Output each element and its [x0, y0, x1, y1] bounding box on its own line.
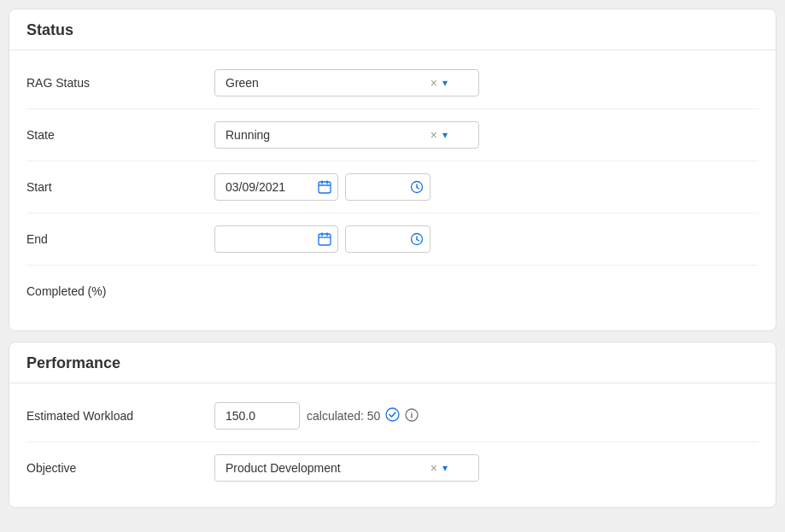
state-label: State	[26, 128, 214, 142]
objective-control: Product Development × ▾	[214, 454, 759, 482]
performance-card-body: Estimated Workload calculated: 50	[9, 383, 776, 507]
rag-status-select-icons: × ▾	[431, 77, 448, 89]
state-select-icons: × ▾	[431, 129, 448, 141]
start-time-clock-icon[interactable]	[410, 180, 424, 194]
rag-status-label: RAG Status	[26, 76, 214, 90]
main-container: Status RAG Status Green × ▾ Sta	[9, 9, 776, 518]
start-date-calendar-icon[interactable]	[318, 180, 331, 194]
completed-row: Completed (%)	[26, 266, 759, 317]
completed-label: Completed (%)	[26, 284, 214, 298]
objective-clear-icon[interactable]: ×	[431, 462, 437, 474]
start-row: Start	[26, 161, 759, 213]
status-card: Status RAG Status Green × ▾ Sta	[9, 9, 776, 331]
svg-rect-0	[319, 182, 331, 193]
rag-status-clear-icon[interactable]: ×	[431, 77, 437, 89]
svg-line-13	[417, 240, 419, 242]
objective-value: Product Development	[226, 461, 431, 475]
objective-select-icons: × ▾	[431, 462, 448, 474]
objective-select[interactable]: Product Development × ▾	[214, 454, 479, 482]
state-row: State Running × ▾	[26, 109, 759, 161]
estimated-workload-control: calculated: 50	[214, 402, 759, 430]
check-circle-icon	[385, 407, 400, 425]
rag-status-control: Green × ▾	[214, 69, 759, 96]
start-label: Start	[26, 180, 214, 194]
state-chevron-icon[interactable]: ▾	[442, 129, 448, 141]
status-title: Status	[26, 21, 73, 38]
rag-status-chevron-icon[interactable]: ▾	[442, 77, 448, 89]
calculated-label: calculated: 50	[307, 409, 380, 423]
end-label: End	[26, 232, 214, 246]
estimated-workload-row: Estimated Workload calculated: 50	[26, 390, 759, 442]
start-date-wrapper	[214, 173, 338, 201]
svg-rect-7	[319, 234, 331, 245]
end-row: End	[26, 213, 759, 266]
state-select[interactable]: Running × ▾	[214, 121, 479, 149]
start-time-wrapper	[345, 173, 431, 201]
state-clear-icon[interactable]: ×	[431, 129, 437, 141]
objective-row: Objective Product Development × ▾	[26, 442, 759, 494]
info-icon[interactable]	[405, 408, 419, 424]
status-card-header: Status	[9, 9, 776, 50]
end-date-calendar-icon[interactable]	[318, 232, 331, 246]
objective-chevron-icon[interactable]: ▾	[442, 462, 448, 474]
status-card-body: RAG Status Green × ▾ State Runni	[9, 50, 776, 330]
calculated-text-wrapper: calculated: 50	[307, 407, 419, 425]
end-date-wrapper	[214, 225, 338, 253]
end-time-wrapper	[345, 225, 431, 253]
performance-card-header: Performance	[9, 342, 776, 383]
end-time-clock-icon[interactable]	[410, 232, 424, 246]
performance-card: Performance Estimated Workload calculate…	[9, 342, 776, 508]
svg-point-17	[412, 412, 413, 412]
rag-status-select[interactable]: Green × ▾	[214, 69, 479, 96]
state-value: Running	[226, 128, 431, 142]
start-control	[214, 173, 759, 201]
rag-status-value: Green	[226, 76, 431, 90]
svg-line-6	[417, 188, 419, 190]
svg-point-14	[386, 408, 399, 421]
end-control	[214, 225, 759, 253]
estimated-workload-label: Estimated Workload	[26, 409, 214, 423]
objective-label: Objective	[26, 461, 214, 475]
rag-status-row: RAG Status Green × ▾	[26, 57, 759, 109]
state-control: Running × ▾	[214, 121, 759, 149]
performance-title: Performance	[26, 354, 120, 371]
estimated-workload-input[interactable]	[214, 402, 300, 430]
